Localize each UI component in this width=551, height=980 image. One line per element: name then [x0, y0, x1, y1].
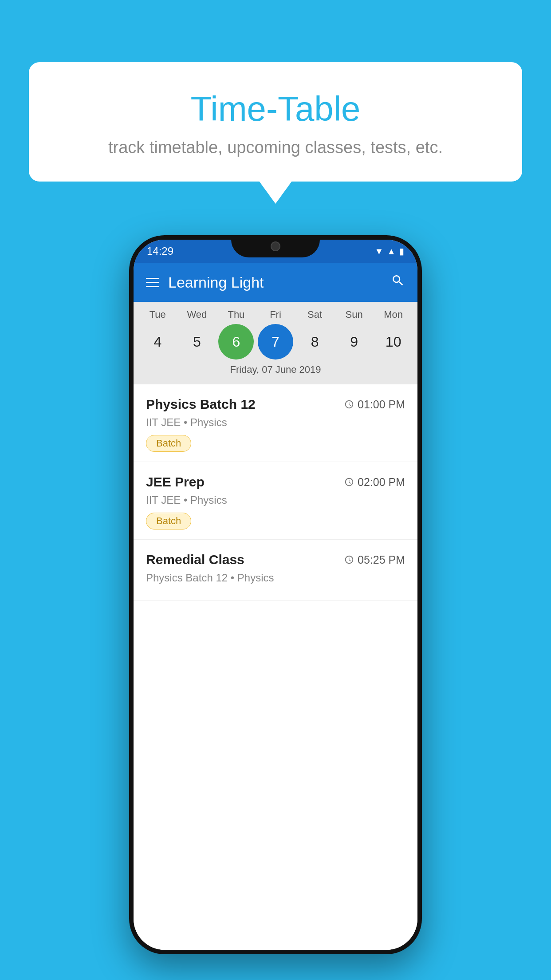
class-list-item[interactable]: JEE Prep 02:00 PM IIT JEE • Physics Batc… — [134, 462, 417, 540]
day-label: Fri — [258, 309, 293, 320]
phone-mockup: 14:29 ▼ ▲ ▮ Learning Light — [129, 235, 422, 954]
class-item-header: Remedial Class 05:25 PM — [146, 552, 405, 567]
class-meta: IIT JEE • Physics — [146, 494, 405, 506]
batch-badge: Batch — [146, 435, 191, 452]
dates-row: 45678910 — [134, 324, 417, 360]
intro-card: Time-Table track timetable, upcoming cla… — [29, 62, 522, 182]
class-item-header: JEE Prep 02:00 PM — [146, 474, 405, 490]
date-item[interactable]: 6 — [218, 324, 254, 360]
class-list-item[interactable]: Remedial Class 05:25 PM Physics Batch 12… — [134, 540, 417, 601]
front-camera — [271, 241, 280, 251]
class-name: JEE Prep — [146, 474, 205, 490]
clock-icon — [344, 399, 354, 409]
day-label: Wed — [179, 309, 215, 320]
days-row: TueWedThuFriSatSunMon — [134, 309, 417, 320]
clock-icon — [344, 555, 354, 565]
speech-bubble: Time-Table track timetable, upcoming cla… — [29, 62, 522, 182]
class-meta: IIT JEE • Physics — [146, 416, 405, 429]
day-label: Mon — [376, 309, 411, 320]
day-label: Sat — [297, 309, 333, 320]
class-name: Remedial Class — [146, 552, 244, 567]
class-list: Physics Batch 12 01:00 PM IIT JEE • Phys… — [134, 384, 417, 950]
signal-icon: ▲ — [387, 246, 396, 257]
class-time: 02:00 PM — [344, 476, 405, 489]
day-label: Sun — [336, 309, 372, 320]
clock-icon — [344, 477, 354, 487]
search-button[interactable] — [391, 273, 405, 291]
class-item-header: Physics Batch 12 01:00 PM — [146, 397, 405, 412]
day-label: Thu — [218, 309, 254, 320]
wifi-icon: ▼ — [374, 246, 383, 257]
app-title: Learning Light — [168, 274, 264, 291]
selected-date-label: Friday, 07 June 2019 — [134, 364, 417, 380]
status-icons: ▼ ▲ ▮ — [374, 246, 404, 257]
date-item[interactable]: 4 — [140, 324, 175, 360]
status-time: 14:29 — [147, 245, 173, 257]
date-item[interactable]: 5 — [179, 324, 215, 360]
phone-notch — [231, 235, 320, 257]
bubble-subtitle: track timetable, upcoming classes, tests… — [51, 138, 500, 157]
phone-screen: 14:29 ▼ ▲ ▮ Learning Light — [134, 240, 417, 950]
bubble-title: Time-Table — [51, 89, 500, 129]
date-item[interactable]: 8 — [297, 324, 333, 360]
class-name: Physics Batch 12 — [146, 397, 256, 412]
date-item[interactable]: 9 — [336, 324, 372, 360]
class-list-item[interactable]: Physics Batch 12 01:00 PM IIT JEE • Phys… — [134, 384, 417, 462]
class-meta: Physics Batch 12 • Physics — [146, 572, 405, 584]
app-bar: Learning Light — [134, 263, 417, 302]
date-item[interactable]: 7 — [258, 324, 293, 360]
menu-button[interactable] — [146, 278, 159, 287]
class-time: 01:00 PM — [344, 398, 405, 411]
day-label: Tue — [140, 309, 175, 320]
batch-badge: Batch — [146, 513, 191, 530]
class-time: 05:25 PM — [344, 553, 405, 566]
calendar-strip: TueWedThuFriSatSunMon 45678910 Friday, 0… — [134, 302, 417, 384]
date-item[interactable]: 10 — [376, 324, 411, 360]
battery-icon: ▮ — [399, 246, 404, 257]
